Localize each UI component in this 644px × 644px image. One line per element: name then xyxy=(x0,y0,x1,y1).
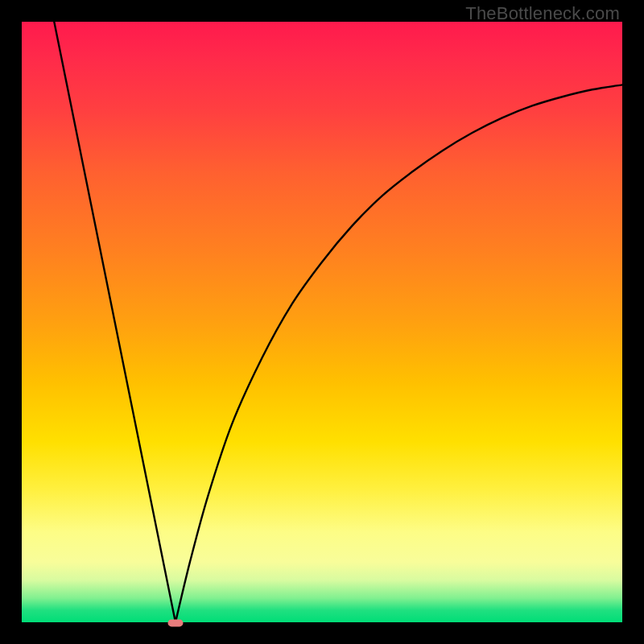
chart-frame xyxy=(22,22,622,622)
curve-right-branch xyxy=(175,85,622,622)
curve-left-branch xyxy=(54,22,175,622)
watermark-text: TheBottleneck.com xyxy=(465,3,620,24)
chart-curve-svg xyxy=(22,22,622,622)
minimum-marker xyxy=(167,619,183,626)
